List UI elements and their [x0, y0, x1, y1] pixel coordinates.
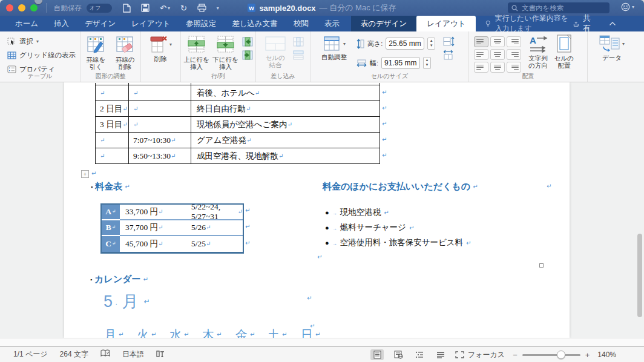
align-middle-right-button[interactable]	[507, 49, 521, 60]
search-input[interactable]	[521, 4, 599, 12]
itinerary-table[interactable]: ↵ ↵ 着後、ホテルへ↵ 2 日目↵ ↵ 終日自由行動↵ 3 日目↵ ↵ 現地係…	[95, 83, 380, 164]
proofing-status-icon[interactable]	[100, 349, 110, 360]
autosave-toggle[interactable]: オフ	[87, 4, 112, 13]
tab-references[interactable]: 参照設定	[185, 16, 217, 31]
row-end-mark: ↵	[307, 295, 312, 301]
insert-column-left-button[interactable]	[242, 36, 254, 47]
vertical-scrollbar-thumb[interactable]	[637, 234, 642, 317]
table-row[interactable]: ↵ ↵ 着後、ホテルへ↵	[96, 85, 380, 101]
table-move-handle[interactable]: +	[81, 170, 89, 178]
search-field[interactable]	[508, 2, 610, 13]
minimize-window-button[interactable]	[18, 4, 25, 12]
align-top-center-button[interactable]	[490, 36, 505, 47]
split-cells-button[interactable]	[292, 36, 304, 47]
pilcrow-mark: ↵	[238, 209, 243, 215]
print-layout-view-button[interactable]	[370, 349, 384, 360]
align-bottom-right-button[interactable]	[507, 62, 521, 73]
align-middle-center-button[interactable]	[490, 49, 505, 60]
price-row[interactable]: A↵ 33,700 円↵ 5/22~24, 5/27~31↵	[102, 205, 243, 220]
cell-margins-button[interactable]: セルの配置	[551, 35, 577, 70]
autosave-state: オフ	[90, 4, 100, 12]
table-row[interactable]: ↵ 7:07~10:30↵ グアム空港発↵	[96, 133, 380, 148]
tab-table-design[interactable]: 表のデザイン	[351, 16, 416, 31]
collapse-ribbon-button[interactable]	[609, 16, 616, 31]
split-table-button[interactable]	[292, 50, 304, 60]
insert-below-icon	[215, 35, 235, 54]
language-status[interactable]: 日本語	[122, 349, 144, 360]
undo-caret-icon[interactable]: ▾	[168, 5, 170, 11]
view-gridlines-button[interactable]: グリッド線の表示	[7, 49, 76, 62]
move-cross-icon: +	[84, 171, 87, 177]
text-direction-button[interactable]: A 文字列の方向	[525, 35, 551, 70]
tab-insert[interactable]: 挿入	[53, 16, 70, 31]
tab-layout[interactable]: レイアウト	[131, 16, 171, 31]
zoom-out-button[interactable]: −	[513, 350, 518, 360]
merge-cells-label: セルの結合	[263, 54, 288, 69]
select-button[interactable]: 選択 ▾	[7, 35, 76, 48]
pilcrow-mark: ↵	[206, 225, 211, 231]
page-count[interactable]: 1/1 ページ	[13, 349, 48, 360]
char-count[interactable]: 264 文字	[60, 349, 88, 360]
tab-view[interactable]: 表示	[324, 16, 340, 31]
draft-view-button[interactable]	[434, 349, 447, 360]
pilcrow-mark: ↵	[287, 122, 292, 128]
table-row[interactable]: 3 日目↵ ↵ 現地係員が空港へご案内↵	[96, 117, 380, 133]
save-icon[interactable]	[141, 4, 150, 12]
draw-border-button[interactable]: 罫線を引く	[83, 35, 109, 71]
list-item-text: 空港使用料・旅客保安サービス料	[340, 237, 463, 248]
align-bottom-center-button[interactable]	[490, 62, 505, 73]
align-top-right-button[interactable]	[507, 36, 521, 47]
close-window-button[interactable]	[6, 4, 13, 12]
tell-me-box[interactable]: 実行したい作業内容を入力します	[485, 16, 573, 31]
autofit-caret-icon: ▾	[343, 41, 346, 47]
distribute-rows-button[interactable]	[442, 36, 455, 47]
distribute-columns-button[interactable]	[442, 50, 455, 60]
tab-review[interactable]: 校閲	[293, 16, 309, 31]
smiley-icon	[621, 2, 630, 12]
zoom-in-button[interactable]: +	[585, 350, 590, 360]
align-bottom-left-button[interactable]	[474, 62, 488, 73]
input-method-icon[interactable]	[156, 350, 165, 360]
toolbar-more-button[interactable]: ▾	[217, 5, 219, 11]
zoom-slider-knob[interactable]	[557, 350, 565, 359]
insert-row-below-button[interactable]: 下に行を挿入	[212, 35, 239, 71]
new-document-icon[interactable]	[123, 4, 131, 13]
web-layout-view-button[interactable]	[392, 349, 405, 360]
group-label-table: テーブル	[0, 72, 80, 81]
zoom-slider-track[interactable]	[522, 354, 580, 356]
redo-button[interactable]: ↻	[180, 4, 187, 13]
share-button[interactable]: 共有	[573, 16, 593, 31]
align-top-left-button[interactable]	[474, 36, 488, 47]
autofit-button[interactable]: ▾ 自動調整	[317, 35, 352, 61]
erase-border-button[interactable]: 罫線の削除	[113, 35, 139, 71]
height-input[interactable]	[386, 38, 424, 50]
price-table[interactable]: A↵ 33,700 円↵ 5/22~24, 5/27~31↵ B↵ 37,700…	[100, 203, 244, 254]
height-stepper[interactable]: ▲▼	[427, 38, 435, 50]
table-row[interactable]: ↵ 9:50~13:30↵ 成田空港着、現地解散↵	[96, 148, 380, 164]
horizontal-scroll-area[interactable]	[0, 338, 644, 346]
pilcrow-mark: ↵	[184, 332, 189, 338]
feedback-button[interactable]: ▾	[621, 2, 634, 12]
zoom-percent[interactable]: 140%	[597, 350, 616, 359]
price-row[interactable]: B↵ 37,700 円↵ 5/26↵	[102, 220, 243, 236]
outline-view-button[interactable]	[413, 349, 426, 360]
undo-button[interactable]: ↶ ▾	[160, 4, 170, 13]
merge-cells-button[interactable]: セルの結合	[261, 35, 289, 69]
align-middle-left-button[interactable]	[474, 49, 488, 60]
data-button[interactable]: ▾ データ	[595, 35, 629, 61]
width-stepper[interactable]: ▲▼	[423, 57, 431, 69]
insert-column-right-button[interactable]	[242, 50, 254, 60]
zoom-window-button[interactable]	[30, 4, 38, 12]
focus-mode-button[interactable]: フォーカス	[455, 350, 505, 360]
tab-home[interactable]: ホーム	[15, 16, 39, 31]
tab-table-layout-selected[interactable]: レイアウト	[416, 16, 476, 31]
width-input[interactable]	[381, 57, 420, 69]
price-row[interactable]: C↵ 45,700 円↵ 5/25↵	[102, 236, 243, 252]
print-icon[interactable]	[197, 4, 206, 12]
tab-mailings[interactable]: 差し込み文書	[231, 16, 278, 31]
table-row[interactable]: 2 日目↵ ↵ 終日自由行動↵	[96, 101, 380, 117]
insert-row-above-button[interactable]: 上に行を挿入	[183, 35, 210, 71]
delete-button[interactable]: ▾ 削除	[147, 35, 175, 62]
tab-design[interactable]: デザイン	[84, 16, 116, 31]
table-resize-handle[interactable]	[539, 263, 544, 268]
